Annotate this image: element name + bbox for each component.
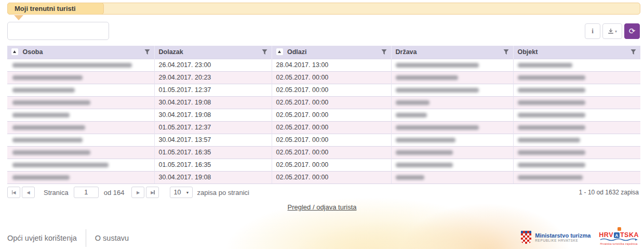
column-label: Osoba bbox=[22, 48, 43, 56]
htz-a-square: A bbox=[614, 232, 620, 238]
redacted-person-link[interactable] bbox=[12, 163, 109, 167]
cell-odlazi: 02.05.2017. 00:00 bbox=[272, 96, 391, 109]
redacted-country-link[interactable] bbox=[396, 150, 453, 155]
redacted-object-link[interactable] bbox=[518, 150, 585, 155]
footer-links: Opći uvjeti korištenja O sustavu bbox=[7, 229, 129, 247]
table-row[interactable]: 30.04.2017. 19:08 02.05.2017. 00:00 bbox=[7, 96, 640, 109]
column-header[interactable]: Objekt bbox=[513, 46, 640, 59]
redacted-object-link[interactable] bbox=[518, 88, 585, 93]
tourists-table: Osoba Dolazak Odlazi Država Objekt 26.04… bbox=[7, 46, 640, 184]
redacted-country-link[interactable] bbox=[396, 138, 455, 142]
table-row[interactable]: 01.05.2017. 16:35 02.05.2017. 00:00 bbox=[7, 146, 640, 159]
htz-word-part2: TSKA bbox=[620, 232, 639, 238]
redacted-person-link[interactable] bbox=[12, 125, 85, 130]
chevron-down-icon: ▼ bbox=[186, 191, 190, 194]
redacted-person-link[interactable] bbox=[12, 150, 90, 155]
column-header[interactable]: Dolazak bbox=[154, 46, 272, 59]
previous-page-button[interactable]: ◀ bbox=[22, 187, 35, 198]
redacted-object-link[interactable] bbox=[518, 125, 585, 130]
table-row[interactable]: 29.04.2017. 20:23 02.05.2017. 00:00 bbox=[7, 71, 640, 84]
cell-odlazi: 02.05.2017. 00:00 bbox=[272, 146, 391, 159]
redacted-country-link[interactable] bbox=[396, 163, 453, 167]
cell-dolazak: 30.04.2017. 19:08 bbox=[154, 96, 272, 109]
column-label: Objekt bbox=[518, 48, 538, 56]
redacted-person-link[interactable] bbox=[12, 100, 90, 105]
column-label: Dolazak bbox=[159, 48, 183, 56]
redacted-country-link[interactable] bbox=[396, 113, 427, 117]
table-row[interactable]: 26.04.2017. 23:00 28.04.2017. 13:00 bbox=[7, 59, 640, 71]
redacted-object-link[interactable] bbox=[518, 175, 583, 180]
filter-funnel-icon[interactable] bbox=[503, 49, 509, 55]
table-row[interactable]: 01.05.2017. 16:35 02.05.2017. 00:00 bbox=[7, 159, 640, 171]
last-page-button[interactable]: ▶ bbox=[146, 187, 159, 198]
column-header[interactable]: Osoba bbox=[7, 46, 154, 59]
cell-dolazak: 01.05.2017. 12:37 bbox=[154, 84, 272, 96]
next-page-button[interactable]: ▶ bbox=[131, 187, 144, 198]
redacted-person-link[interactable] bbox=[12, 63, 132, 68]
search-input[interactable] bbox=[7, 22, 109, 40]
filter-funnel-icon[interactable] bbox=[144, 49, 150, 55]
refresh-button[interactable]: ⟳ bbox=[624, 23, 640, 39]
redacted-object-link[interactable] bbox=[518, 163, 585, 167]
redacted-object-link[interactable] bbox=[518, 75, 585, 80]
page-size-value: 10 bbox=[173, 189, 181, 196]
redacted-object-link[interactable] bbox=[518, 100, 585, 105]
htz-subtitle: Hrvatska turistička zajednica bbox=[600, 242, 638, 245]
first-page-button[interactable]: ◀ bbox=[7, 187, 20, 198]
cell-dolazak: 30.04.2017. 19:08 bbox=[154, 171, 272, 184]
column-header[interactable]: Država bbox=[391, 46, 513, 59]
redacted-person-link[interactable] bbox=[12, 113, 70, 117]
terms-of-use-link[interactable]: Opći uvjeti korištenja bbox=[7, 234, 77, 242]
refresh-arrows-icon: ⟳ bbox=[629, 27, 636, 36]
table-row[interactable]: 01.05.2017. 12:37 02.05.2017. 00:00 bbox=[7, 84, 640, 96]
filter-funnel-icon[interactable] bbox=[630, 49, 636, 55]
download-tray-icon bbox=[608, 28, 614, 34]
export-button[interactable]: ▾ bbox=[602, 23, 622, 39]
filter-funnel-icon[interactable] bbox=[262, 49, 267, 55]
page-label: Stranica bbox=[44, 189, 69, 196]
redacted-person-link[interactable] bbox=[12, 75, 83, 80]
ministry-of-tourism-logo: Ministarstvo turizma REPUBLIKE HRVATSKE bbox=[520, 230, 591, 244]
table-row[interactable]: 30.04.2017. 19:08 02.05.2017. 00:00 bbox=[7, 171, 640, 184]
tab-moji-trenutni-turisti[interactable]: Moji trenutni turisti bbox=[7, 3, 104, 15]
table-row[interactable]: 30.04.2017. 13:57 02.05.2017. 00:00 bbox=[7, 134, 640, 146]
page-count-label: od 164 bbox=[104, 189, 125, 196]
column-header[interactable]: Odlazi bbox=[272, 46, 391, 59]
cell-dolazak: 01.05.2017. 16:35 bbox=[154, 146, 272, 159]
cell-odlazi: 02.05.2017. 00:00 bbox=[272, 71, 391, 84]
about-system-link[interactable]: O sustavu bbox=[95, 234, 129, 242]
redacted-country-link[interactable] bbox=[396, 175, 424, 180]
redacted-country-link[interactable] bbox=[396, 75, 458, 80]
info-button[interactable]: i bbox=[585, 23, 600, 39]
footer-divider bbox=[86, 229, 86, 247]
info-icon: i bbox=[592, 27, 594, 35]
redacted-object-link[interactable] bbox=[518, 63, 572, 68]
sort-ascending-icon bbox=[276, 48, 283, 55]
page-number-input[interactable] bbox=[74, 187, 99, 198]
previous-page-icon: ◀ bbox=[26, 190, 30, 195]
redacted-country-link[interactable] bbox=[396, 125, 479, 130]
table-row[interactable]: 01.05.2017. 12:37 02.05.2017. 00:00 bbox=[7, 121, 640, 134]
cell-odlazi: 02.05.2017. 00:00 bbox=[272, 121, 391, 134]
redacted-person-link[interactable] bbox=[12, 138, 83, 142]
cell-odlazi: 02.05.2017. 00:00 bbox=[272, 109, 391, 121]
filter-funnel-icon[interactable] bbox=[381, 49, 387, 55]
redacted-country-link[interactable] bbox=[396, 63, 479, 68]
per-page-label: zapisa po stranici bbox=[197, 189, 249, 196]
cell-odlazi: 02.05.2017. 00:00 bbox=[272, 159, 391, 171]
next-page-icon: ▶ bbox=[137, 190, 140, 195]
redacted-country-link[interactable] bbox=[396, 88, 479, 93]
pregled-odjava-turista-link[interactable]: Pregled / odjava turista bbox=[288, 203, 357, 211]
page-size-select[interactable]: 10 ▼ bbox=[170, 187, 193, 198]
htz-orange-square bbox=[618, 227, 621, 231]
background-glow bbox=[288, 221, 512, 249]
table-header-row: Osoba Dolazak Odlazi Država Objekt bbox=[7, 46, 640, 59]
tab-label: Moji trenutni turisti bbox=[15, 5, 76, 12]
table-row[interactable]: 30.04.2017. 19:08 02.05.2017. 00:00 bbox=[7, 109, 640, 121]
redacted-country-link[interactable] bbox=[396, 100, 430, 105]
redacted-object-link[interactable] bbox=[518, 138, 580, 142]
cell-odlazi: 02.05.2017. 00:00 bbox=[272, 84, 391, 96]
redacted-object-link[interactable] bbox=[518, 113, 585, 117]
redacted-person-link[interactable] bbox=[12, 88, 75, 93]
redacted-person-link[interactable] bbox=[12, 175, 70, 180]
